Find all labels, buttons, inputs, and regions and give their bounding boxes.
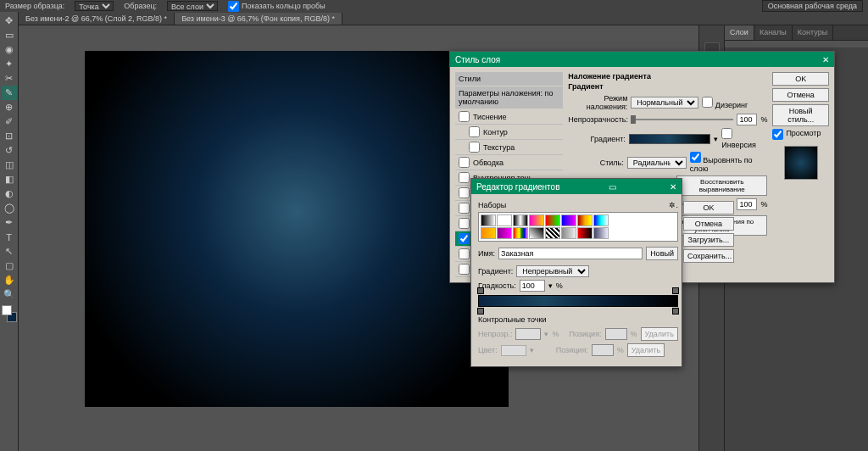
- gradient-preset[interactable]: [497, 214, 512, 226]
- effect-row[interactable]: Тиснение: [455, 109, 563, 125]
- sample-label: Образец:: [124, 2, 157, 10]
- opacity-input[interactable]: [737, 114, 757, 125]
- pen-tool-icon[interactable]: ✒: [2, 215, 17, 230]
- blend-mode-select[interactable]: Нормальный: [631, 97, 698, 109]
- gradient-tool-icon[interactable]: ◧: [2, 172, 17, 187]
- wand-tool-icon[interactable]: ✦: [2, 57, 17, 71]
- shape-tool-icon[interactable]: ▢: [2, 259, 17, 273]
- gradient-preset[interactable]: [497, 227, 512, 239]
- tab-paths[interactable]: Контуры: [793, 25, 833, 40]
- crop-tool-icon[interactable]: ✂: [2, 71, 17, 86]
- color-stop[interactable]: [672, 308, 679, 315]
- effect-row[interactable]: Текстура: [455, 140, 563, 155]
- workspace-selector[interactable]: Основная рабочая среда: [762, 0, 863, 12]
- gradient-preset[interactable]: [529, 214, 544, 226]
- gradient-bar[interactable]: [478, 295, 678, 307]
- eraser-tool-icon[interactable]: ◫: [2, 158, 17, 172]
- new-style-button[interactable]: Новый стиль...: [772, 104, 829, 126]
- dialog-titlebar[interactable]: Стиль слоя ✕: [450, 52, 834, 67]
- document-tabs: Без имени-2 @ 66,7% (Слой 2, RGB/8) * Бе…: [0, 12, 868, 25]
- stop-position-input: [605, 328, 627, 340]
- effect-row[interactable]: Контур: [455, 125, 563, 140]
- delete-stop-button: Удалить: [641, 327, 678, 341]
- dropdown-icon[interactable]: ▾: [548, 281, 553, 290]
- load-button[interactable]: Загрузить...: [683, 233, 734, 247]
- stop-opacity-input: [515, 328, 541, 340]
- scale-input[interactable]: [737, 198, 757, 210]
- gradient-presets: [478, 212, 678, 242]
- close-icon[interactable]: ✕: [822, 55, 829, 64]
- preview-checkbox[interactable]: Просмотр: [772, 129, 829, 140]
- dialog-title: Стиль слоя: [455, 55, 500, 64]
- document-tab[interactable]: Без имени-3 @ 66,7% (Фон копия, RGB/8) *: [175, 13, 342, 25]
- tab-layers[interactable]: Слои: [725, 25, 754, 40]
- dropdown-icon[interactable]: ▾: [714, 135, 718, 143]
- show-ring-checkbox[interactable]: Показать кольцо пробы: [228, 1, 326, 12]
- gradient-preset[interactable]: [577, 214, 593, 226]
- dither-checkbox[interactable]: Дизеринг: [702, 97, 748, 109]
- reset-align-button[interactable]: Восстановить выравнивание: [676, 175, 767, 196]
- stop-position-input: [592, 344, 614, 356]
- save-button[interactable]: Сохранить...: [683, 249, 734, 263]
- blur-tool-icon[interactable]: ◐: [2, 187, 17, 201]
- path-tool-icon[interactable]: ↖: [2, 244, 17, 259]
- opacity-stop[interactable]: [672, 287, 679, 294]
- sample-select[interactable]: Все слои: [167, 1, 218, 11]
- effect-row[interactable]: Обводка: [455, 155, 563, 170]
- gradient-preset[interactable]: [529, 227, 544, 239]
- stamp-tool-icon[interactable]: ⊡: [2, 129, 17, 143]
- gradient-style-select[interactable]: Радиальный: [627, 157, 687, 169]
- lasso-tool-icon[interactable]: ◉: [2, 42, 17, 57]
- gear-icon[interactable]: ✲.: [669, 201, 678, 209]
- eyedropper-tool-icon[interactable]: ✎: [2, 86, 17, 100]
- color-swatches[interactable]: [2, 305, 17, 322]
- sample-size-select[interactable]: Точка: [75, 1, 114, 11]
- cancel-button[interactable]: Отмена: [772, 88, 829, 102]
- preview-swatch: [784, 146, 818, 180]
- ok-button[interactable]: OK: [683, 201, 734, 214]
- gradient-name-input[interactable]: [498, 248, 643, 259]
- gradient-preset[interactable]: [593, 227, 609, 239]
- gradient-picker[interactable]: [629, 134, 711, 144]
- history-tool-icon[interactable]: ↺: [2, 143, 17, 158]
- gradient-preset[interactable]: [593, 214, 609, 226]
- inverse-checkbox[interactable]: Инверсия: [721, 128, 767, 149]
- heal-tool-icon[interactable]: ⊕: [2, 100, 17, 114]
- dodge-tool-icon[interactable]: ◯: [2, 201, 17, 215]
- ok-button[interactable]: OK: [772, 72, 829, 86]
- zoom-tool-icon[interactable]: 🔍: [2, 287, 17, 302]
- gradient-preset[interactable]: [561, 214, 576, 226]
- document-tab[interactable]: Без имени-2 @ 66,7% (Слой 2, RGB/8) *: [19, 13, 175, 25]
- gradient-editor-dialog: Редактор градиентов ▭ ✕ Наборы ✲. Имя: Н…: [470, 178, 682, 367]
- gradient-preset[interactable]: [513, 227, 528, 239]
- close-icon[interactable]: ✕: [670, 182, 676, 192]
- panel-tabs: Слои Каналы Контуры: [725, 25, 868, 41]
- gradient-preset[interactable]: [577, 227, 593, 239]
- gradient-preset[interactable]: [481, 227, 496, 239]
- document-canvas[interactable]: [85, 51, 509, 407]
- styles-header[interactable]: Стили: [455, 72, 563, 86]
- align-checkbox[interactable]: Выровнять по слою: [690, 152, 768, 173]
- opacity-slider[interactable]: [631, 119, 733, 120]
- gradient-preset[interactable]: [545, 214, 560, 226]
- marquee-tool-icon[interactable]: ▭: [2, 28, 17, 42]
- opacity-stop[interactable]: [477, 287, 484, 294]
- brush-tool-icon[interactable]: ✐: [2, 114, 17, 129]
- color-stop[interactable]: [477, 308, 484, 315]
- new-gradient-button[interactable]: Новый: [646, 247, 678, 260]
- tab-channels[interactable]: Каналы: [754, 25, 793, 40]
- gradient-preset[interactable]: [561, 227, 576, 239]
- params-header[interactable]: Параметры наложения: по умолчанию: [455, 86, 563, 109]
- type-tool-icon[interactable]: T: [2, 230, 17, 244]
- gradient-preset[interactable]: [513, 214, 528, 226]
- gradient-type-select[interactable]: Непрерывный: [516, 265, 589, 277]
- minimize-icon[interactable]: ▭: [609, 182, 616, 192]
- dialog-titlebar[interactable]: Редактор градиентов ▭ ✕: [471, 179, 682, 194]
- move-tool-icon[interactable]: ✥: [2, 14, 17, 28]
- foreground-color-swatch[interactable]: [2, 305, 12, 315]
- gradient-preset[interactable]: [545, 227, 560, 239]
- hand-tool-icon[interactable]: ✋: [2, 273, 17, 287]
- cancel-button[interactable]: Отмена: [683, 217, 734, 231]
- gradient-preset[interactable]: [481, 214, 496, 226]
- smoothness-input[interactable]: [520, 280, 545, 292]
